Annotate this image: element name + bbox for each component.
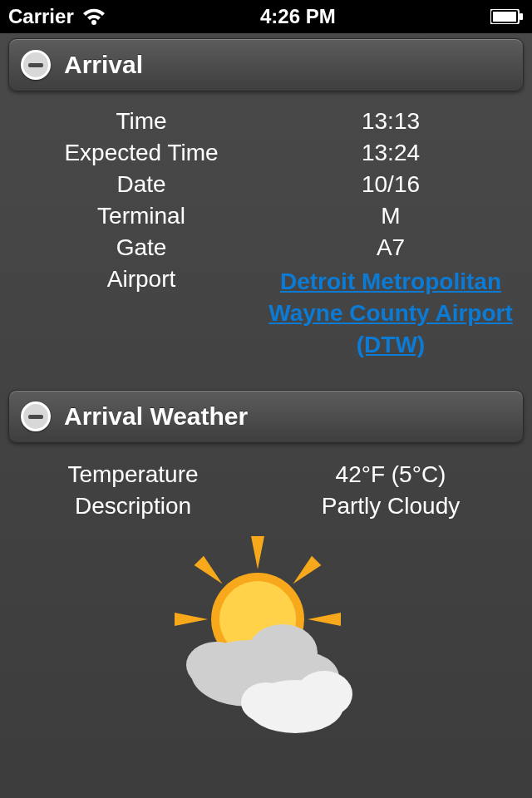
content: Arrival Time 13:13 Expected Time 13:24 D…	[0, 33, 532, 798]
wifi-icon	[82, 8, 106, 25]
weather-title: Arrival Weather	[64, 402, 248, 431]
label-time: Time	[17, 108, 266, 135]
weather-rows: Temperature 42°F (5°C) Description Partl…	[8, 443, 524, 741]
carrier-label: Carrier	[8, 5, 74, 28]
weather-icon-wrap	[8, 536, 524, 741]
minus-circle-icon	[21, 401, 51, 431]
label-description: Description	[8, 493, 258, 520]
value-gate: A7	[266, 234, 515, 261]
row-airport: Airport Detroit Metropolitan Wayne Count…	[17, 266, 515, 360]
svg-marker-9	[308, 613, 341, 626]
svg-rect-3	[520, 13, 523, 20]
partly-cloudy-icon	[158, 536, 374, 741]
value-temperature: 42°F (5°C)	[258, 461, 524, 488]
row-terminal: Terminal M	[17, 203, 515, 229]
value-time: 13:13	[266, 108, 515, 135]
row-expected-time: Expected Time 13:24	[17, 140, 515, 166]
weather-header[interactable]: Arrival Weather	[8, 390, 524, 443]
value-description: Partly Cloudy	[258, 493, 524, 520]
value-terminal: M	[266, 203, 515, 229]
minus-circle-icon	[21, 50, 51, 80]
airport-link[interactable]: Detroit Metropolitan Wayne County Airpor…	[266, 266, 515, 360]
svg-marker-6	[251, 536, 264, 569]
row-temperature: Temperature 42°F (5°C)	[8, 461, 524, 488]
row-gate: Gate A7	[17, 234, 515, 261]
status-left: Carrier	[8, 5, 106, 28]
value-date: 10/16	[266, 171, 515, 198]
arrival-rows: Time 13:13 Expected Time 13:24 Date 10/1…	[8, 91, 524, 385]
svg-marker-10	[288, 556, 322, 589]
label-terminal: Terminal	[17, 203, 266, 229]
svg-point-0	[91, 20, 96, 25]
arrival-header[interactable]: Arrival	[8, 38, 524, 91]
svg-marker-8	[175, 613, 208, 626]
label-airport: Airport	[17, 266, 266, 293]
value-expected-time: 13:24	[266, 140, 515, 166]
row-date: Date 10/16	[17, 171, 515, 198]
svg-point-19	[296, 671, 352, 717]
label-gate: Gate	[17, 234, 266, 261]
status-time: 4:26 PM	[260, 5, 336, 28]
row-time: Time 13:13	[17, 108, 515, 135]
status-right	[490, 9, 524, 24]
label-date: Date	[17, 171, 266, 198]
arrival-title: Arrival	[64, 51, 143, 79]
svg-rect-2	[493, 12, 516, 22]
battery-icon	[490, 9, 524, 24]
svg-marker-12	[195, 556, 228, 589]
label-expected-time: Expected Time	[17, 140, 266, 166]
label-temperature: Temperature	[8, 461, 258, 488]
svg-point-20	[241, 682, 291, 722]
row-description: Description Partly Cloudy	[8, 493, 524, 520]
svg-point-16	[186, 642, 246, 688]
status-bar: Carrier 4:26 PM	[0, 0, 532, 33]
